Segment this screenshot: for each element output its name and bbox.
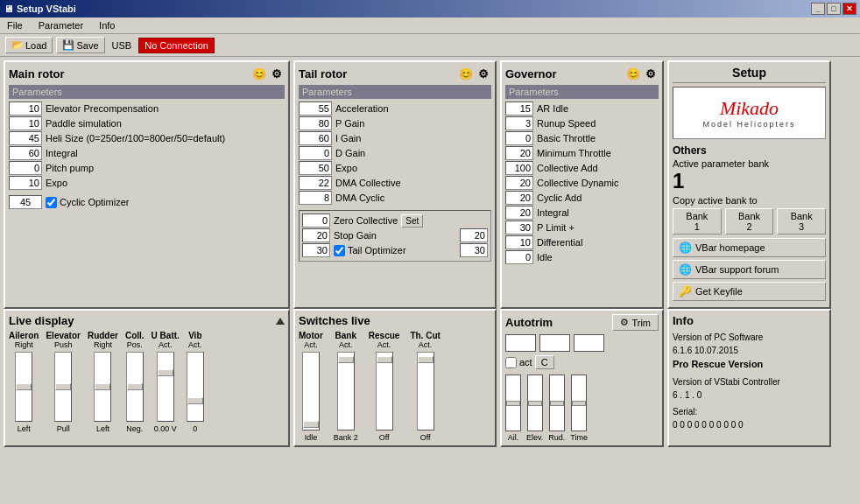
bank3-button[interactable]: Bank 3 (777, 208, 826, 234)
trim-icon: ⚙ (620, 317, 629, 328)
autotrim-slider-2[interactable] (549, 374, 565, 431)
mikado-logo: Mikado Model Helicopters (673, 87, 826, 139)
governor-param-row: Basic Throttle (505, 131, 659, 145)
main-rotor-param-input-0[interactable] (9, 102, 42, 116)
live-col-sub1-1: Push (54, 340, 73, 349)
cyclic-value-input[interactable] (9, 195, 42, 209)
minimize-button[interactable]: _ (811, 3, 825, 15)
tail-rotor-param-input-6[interactable] (299, 191, 332, 205)
vbar-homepage-button[interactable]: 🌐 VBar homepage (673, 238, 826, 257)
switch-slider-3[interactable] (417, 352, 434, 430)
switch-handle-2 (377, 356, 392, 363)
governor-params: AR IdleRunup SpeedBasic ThrottleMinimum … (505, 102, 659, 264)
autotrim-slider-1[interactable] (527, 374, 543, 431)
governor-param-input-10[interactable] (505, 250, 533, 264)
trim-button[interactable]: ⚙ Trim (612, 314, 659, 331)
menu-file[interactable]: File (4, 19, 26, 32)
set-button[interactable]: Set (401, 214, 423, 228)
active-bank-label: Active parameter bank (673, 158, 826, 169)
tail-rotor-smiley-icon[interactable]: 😊 (458, 66, 474, 81)
governor-param-input-8[interactable] (505, 220, 533, 234)
autotrim-slider-0[interactable] (505, 374, 521, 431)
live-slider-5[interactable] (187, 352, 204, 422)
governor-param-input-1[interactable] (505, 116, 533, 130)
main-rotor-param-input-1[interactable] (9, 116, 42, 130)
tail-rotor-settings-icon[interactable]: ⚙ (476, 66, 491, 81)
main-rotor-param-input-5[interactable] (9, 176, 42, 190)
c-button[interactable]: C (535, 355, 554, 369)
others-title: Others (673, 144, 826, 157)
main-rotor-smiley-icon[interactable]: 😊 (251, 66, 267, 81)
live-col-5: Vib Act. 0 (187, 331, 204, 433)
save-button[interactable]: 💾 Save (56, 37, 104, 53)
governor-param-input-9[interactable] (505, 235, 533, 249)
tail-rotor-param-input-4[interactable] (299, 161, 332, 175)
setup-title: Setup (673, 66, 826, 83)
governor-param-input-6[interactable] (505, 191, 533, 205)
live-slider-3[interactable] (126, 352, 144, 422)
main-rotor-param-input-3[interactable] (9, 146, 42, 160)
switch-slider-0[interactable] (302, 352, 320, 430)
bank1-button[interactable]: Bank 1 (673, 208, 722, 234)
tail-rotor-param-label-5: DMA Collective (335, 178, 401, 188)
vbar-forum-button[interactable]: 🌐 VBar support forum (673, 260, 826, 279)
tail-rotor-param-row: DMA Collective (299, 176, 491, 190)
switch-col-sub1-0: Act. (304, 340, 318, 349)
tail-optimizer-checkbox[interactable] (334, 245, 345, 256)
switch-slider-2[interactable] (376, 352, 393, 430)
governor-param-input-2[interactable] (505, 131, 533, 145)
menu-parameter[interactable]: Parameter (35, 19, 87, 32)
act-checkbox[interactable] (505, 357, 517, 368)
governor-settings-icon[interactable]: ⚙ (643, 66, 659, 81)
vbar-homepage-label: VBar homepage (695, 242, 765, 253)
tail-rotor-param-input-5[interactable] (299, 176, 332, 190)
slider-handle-2 (95, 383, 110, 390)
governor-param-input-7[interactable] (505, 206, 533, 220)
cyclic-optimizer-checkbox[interactable] (46, 197, 57, 208)
tail-rotor-params: AccelerationP GainI GainD GainExpoDMA Co… (299, 102, 491, 205)
stop-gain-input[interactable] (302, 228, 330, 242)
autotrim-slider-3[interactable] (571, 374, 587, 431)
tail-rotor-param-row: P Gain (299, 116, 491, 130)
bank2-button[interactable]: Bank 2 (725, 208, 774, 234)
mikado-brand: Mikado (702, 97, 795, 120)
live-slider-0[interactable] (15, 352, 32, 422)
main-rotor-param-row: Heli Size (0=250er/100=800er/50=default) (9, 131, 285, 145)
governor-param-input-0[interactable] (505, 102, 533, 116)
main-rotor-settings-icon[interactable]: ⚙ (269, 66, 285, 81)
tail-rotor-param-input-1[interactable] (299, 116, 332, 130)
tail-rotor-param-input-0[interactable] (299, 102, 332, 116)
maximize-button[interactable]: □ (827, 3, 841, 15)
main-rotor-param-input-4[interactable] (9, 161, 42, 175)
main-rotor-param-row: Expo (9, 176, 285, 190)
tail-optimizer-input[interactable] (302, 243, 330, 257)
live-col-1: Elevator Push Pull (46, 331, 80, 433)
governor-smiley-icon[interactable]: 😊 (625, 66, 641, 81)
menu-info[interactable]: Info (95, 19, 118, 32)
vbar-forum-label: VBar support forum (695, 264, 779, 275)
close-button[interactable]: ✕ (842, 3, 856, 15)
zero-collective-input[interactable] (302, 214, 330, 228)
stop-gain-label: Stop Gain (334, 230, 456, 241)
switch-slider-1[interactable] (337, 352, 355, 430)
governor-param-input-5[interactable] (505, 176, 533, 190)
governor-param-label-6: Cyclic Add (537, 192, 582, 203)
live-slider-2[interactable] (94, 352, 111, 422)
live-display-panel: Live display Aileron Right Left Elevator… (4, 309, 290, 447)
setup-panel: Setup Mikado Model Helicopters Others Ac… (667, 60, 831, 309)
main-rotor-param-input-2[interactable] (9, 131, 42, 145)
tail-optimizer-right-input[interactable] (460, 243, 488, 257)
switch-col-main-2: Rescue (369, 331, 400, 340)
autotrim-val-1 (505, 334, 536, 352)
autotrim-col-label-2: Rud. (548, 433, 565, 442)
tail-rotor-param-input-3[interactable] (299, 146, 332, 160)
live-slider-1[interactable] (54, 352, 72, 422)
live-slider-4[interactable] (157, 352, 174, 422)
main-rotor-param-label-5: Expo (46, 178, 67, 188)
get-keyfile-button[interactable]: 🔑 Get Keyfile (673, 282, 826, 301)
governor-param-input-4[interactable] (505, 161, 533, 175)
load-button[interactable]: 📂 Load (5, 37, 53, 53)
governor-param-input-3[interactable] (505, 146, 533, 160)
tail-rotor-param-input-2[interactable] (299, 131, 332, 145)
stop-gain-right-input[interactable] (460, 228, 488, 242)
